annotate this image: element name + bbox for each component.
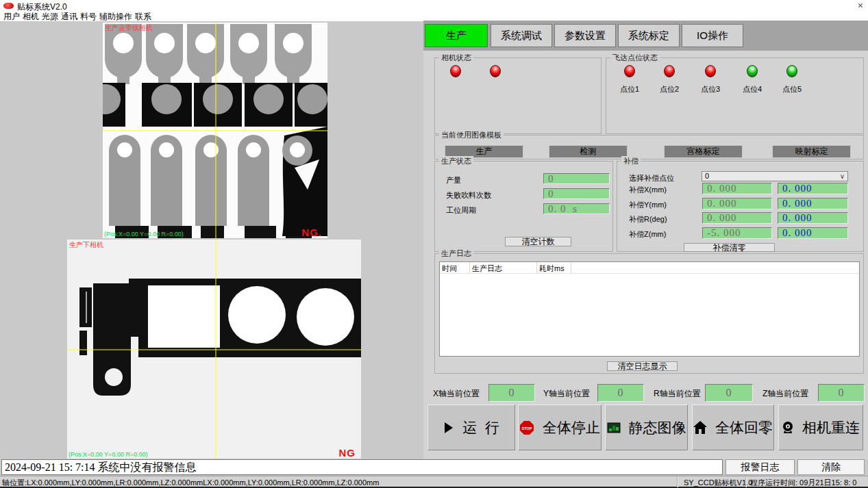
group-title: 生产日志 bbox=[439, 248, 473, 259]
belt-camera-image bbox=[103, 23, 327, 238]
camera-view-lower: 生产下相机 (Pos:X=0.00 Y=0.00 R=0.00) NG bbox=[67, 240, 361, 459]
tab-parameters[interactable]: 参数设置 bbox=[554, 24, 616, 47]
point1-label: 点位1 bbox=[610, 84, 649, 94]
group-title: 相机状态 bbox=[439, 53, 473, 63]
home-all-button[interactable]: 全体回零 bbox=[692, 404, 774, 450]
group-title: 当前使用图像模板 bbox=[439, 130, 504, 140]
stop-all-button[interactable]: STOP 全体停止 bbox=[518, 404, 602, 450]
point1-led-icon bbox=[624, 65, 635, 77]
log-header-row: 时间 生产日志 耗时ms bbox=[440, 262, 859, 274]
alarm-log-button[interactable]: 报警日志 bbox=[726, 459, 795, 475]
belt-camera-label: 生产皮带线相机 bbox=[105, 23, 153, 33]
group-title: 飞达点位状态 bbox=[610, 53, 660, 63]
z-axis-pos-value: 0 bbox=[818, 384, 865, 402]
camera-status-group: 相机状态 bbox=[434, 57, 602, 134]
tab-label: 系统调试 bbox=[501, 29, 542, 42]
comp-z-value2: 0. 000 bbox=[778, 227, 848, 239]
camera-reconnect-button-label: 相机重连 bbox=[802, 418, 860, 437]
feeder-point-1: 点位1 bbox=[610, 65, 649, 94]
run-button-label: 运 行 bbox=[462, 418, 499, 437]
menu-item-camera[interactable]: 相机 bbox=[23, 12, 39, 21]
feeder-point-4: 点位4 bbox=[732, 65, 772, 94]
group-title: 生产状态 bbox=[439, 156, 473, 166]
comp-r-value2: 0. 000 bbox=[778, 212, 848, 224]
fail-blow-count-value: 0 bbox=[543, 188, 610, 199]
menu-item-partno[interactable]: 料号 bbox=[80, 12, 97, 21]
menu-item-auxops[interactable]: 辅助操作 bbox=[99, 12, 132, 21]
tab-strip: 生产 系统调试 参数设置 系统标定 IO操作 bbox=[423, 21, 868, 51]
tab-system-debug[interactable]: 系统调试 bbox=[491, 24, 552, 47]
point4-led-icon bbox=[747, 65, 758, 77]
close-icon[interactable]: × bbox=[858, 0, 863, 11]
alarm-clear-button[interactable]: 清除 bbox=[797, 459, 865, 475]
tab-label: IO操作 bbox=[697, 29, 728, 42]
y-axis-pos-value: 0 bbox=[597, 384, 644, 402]
tab-calibration[interactable]: 系统标定 bbox=[618, 24, 680, 47]
svg-text:STOP: STOP bbox=[522, 426, 532, 430]
r-axis-pos-label: R轴当前位置 bbox=[654, 388, 701, 400]
play-icon bbox=[443, 422, 454, 434]
camera-reconnect-button[interactable]: 相机重连 bbox=[778, 404, 863, 450]
lower-camera-label: 生产下相机 bbox=[69, 240, 103, 250]
point3-led-icon bbox=[705, 65, 716, 77]
template-grid-calib-button[interactable]: 宫格标定 bbox=[664, 145, 743, 158]
group-title: 补偿 bbox=[621, 156, 641, 166]
lower-camera-pos-readout: (Pos:X=0.00 Y=0.00 R=0.00) bbox=[69, 451, 148, 458]
yield-label: 产量 bbox=[446, 175, 461, 185]
menu-item-light[interactable]: 光源 bbox=[42, 12, 58, 21]
comp-y-label: 补偿Y(mm) bbox=[629, 200, 667, 210]
cycle-time-label: 工位周期 bbox=[446, 205, 476, 216]
menu-item-contact[interactable]: 联系 bbox=[135, 12, 151, 21]
production-log-list[interactable]: 时间 生产日志 耗时ms bbox=[439, 261, 860, 357]
home-icon bbox=[693, 421, 707, 434]
comp-point-select-value: 0 bbox=[705, 172, 709, 180]
template-detect-button[interactable]: 检测 bbox=[549, 145, 628, 158]
point2-label: 点位2 bbox=[649, 84, 689, 94]
comp-z-label: 补偿Z(mm) bbox=[629, 229, 666, 240]
log-col-time: 时间 bbox=[440, 262, 470, 273]
clear-count-button[interactable]: 清空计数 bbox=[505, 237, 571, 246]
run-button[interactable]: 运 行 bbox=[427, 404, 515, 450]
static-image-button[interactable]: 静态图像 bbox=[605, 404, 688, 450]
yield-value: 0 bbox=[543, 173, 610, 184]
home-all-button-label: 全体回零 bbox=[715, 418, 773, 437]
comp-point-select-label: 选择补偿点位 bbox=[629, 173, 674, 183]
production-status-group: 生产状态 产量 0 失败吹料次数 0 工位周期 0. 0 s 清空计数 bbox=[434, 161, 613, 252]
clear-log-button[interactable]: 清空日志显示 bbox=[607, 361, 678, 371]
tab-label: 生产 bbox=[446, 29, 467, 42]
comp-r-value: 0. 000 bbox=[702, 212, 772, 224]
status-bar: 轴位置:LX:0.000mm,LY:0.000mm,LR:0.000mm,LZ:… bbox=[0, 476, 868, 488]
comp-y-value2: 0. 000 bbox=[778, 198, 848, 209]
point3-label: 点位3 bbox=[691, 84, 730, 94]
menu-item-user[interactable]: 用户 bbox=[3, 12, 20, 21]
r-axis-pos-value: 0 bbox=[705, 384, 753, 402]
feeder-point-2: 点位2 bbox=[649, 65, 689, 94]
compensation-group: 补偿 选择补偿点位 0 ∨ 补偿X(mm) 0. 000 0. 000 补偿Y(… bbox=[617, 161, 864, 252]
menu-bar: 用户 相机 光源 通讯 料号 辅助操作 联系 bbox=[0, 12, 868, 21]
z-axis-pos-label: Z轴当前位置 bbox=[762, 388, 808, 400]
comp-point-select[interactable]: 0 ∨ bbox=[702, 171, 848, 181]
template-map-calib-button[interactable]: 映射标定 bbox=[772, 145, 851, 158]
camera-icon bbox=[782, 421, 794, 435]
static-image-button-label: 静态图像 bbox=[629, 418, 686, 437]
comp-clear-button[interactable]: 补偿清零 bbox=[684, 243, 775, 252]
tab-production[interactable]: 生产 bbox=[425, 24, 488, 47]
lower-camera-image bbox=[67, 240, 361, 459]
point5-label: 点位5 bbox=[772, 84, 812, 94]
main-panel: 生产 系统调试 参数设置 系统标定 IO操作 相机状态 飞达点位状态 点位1 点… bbox=[423, 21, 868, 459]
status-separator bbox=[745, 477, 746, 487]
comp-y-value: 0. 000 bbox=[702, 198, 772, 209]
camera-view-belt: 生产皮带线相机 (Pos:X=0.00 Y=0.00 R=0.00) NG. bbox=[103, 23, 327, 238]
status-program-runtime: 程序运行时间: 09月21日15: 8: 0 bbox=[750, 478, 856, 488]
x-axis-pos-label: X轴当前位置 bbox=[433, 388, 480, 400]
status-axis-positions: 轴位置:LX:0.000mm,LY:0.000mm,LR:0.000mm,LZ:… bbox=[2, 478, 379, 488]
fail-blow-count-label: 失败吹料次数 bbox=[446, 190, 491, 201]
tab-io[interactable]: IO操作 bbox=[682, 24, 743, 47]
image-template-group: 当前使用图像模板 生产 检测 宫格标定 映射标定 bbox=[434, 135, 864, 159]
feeder-status-group: 飞达点位状态 点位1 点位2 点位3 点位4 点位5 bbox=[606, 57, 864, 134]
image-icon bbox=[607, 422, 621, 433]
comp-r-label: 补偿R(deg) bbox=[629, 214, 667, 224]
menu-item-comm[interactable]: 通讯 bbox=[61, 12, 77, 21]
tab-label: 参数设置 bbox=[565, 29, 606, 42]
production-log-group: 生产日志 时间 生产日志 耗时ms 清空日志显示 bbox=[434, 253, 864, 374]
